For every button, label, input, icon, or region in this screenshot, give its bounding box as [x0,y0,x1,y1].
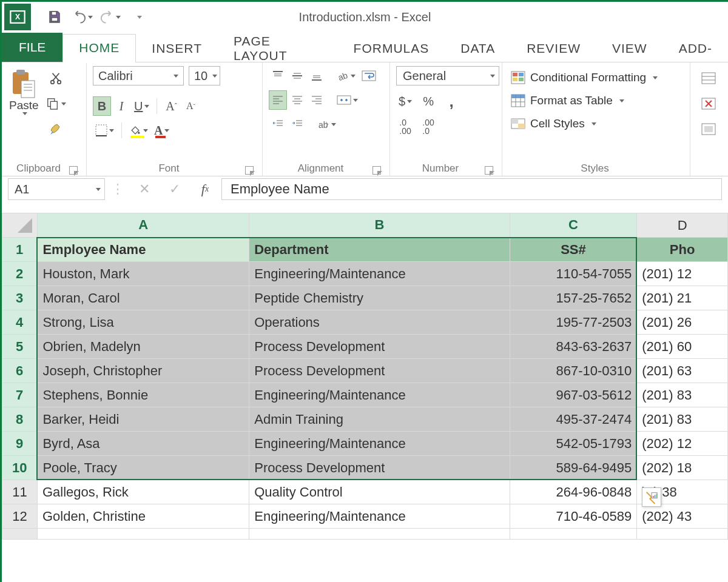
format-painter-icon[interactable] [44,119,69,139]
excel-app-icon[interactable]: X [4,4,31,30]
cell-B1[interactable]: Department [249,238,510,262]
align-top-icon[interactable] [269,66,287,85]
orientation-small-icon[interactable]: ab [315,115,339,134]
cell-C1[interactable]: SS# [510,238,637,262]
number-launcher-icon[interactable] [485,166,493,175]
formulas-tab[interactable]: FORMULAS [338,34,445,63]
paste-button[interactable]: Paste [8,66,40,161]
clipboard-launcher-icon[interactable] [69,166,78,175]
cell-D2[interactable]: (201) 12 [637,262,728,286]
cell-C11[interactable]: 264-96-0848 [510,480,637,504]
page-layout-tab[interactable]: PAGE LAYOUT [218,34,338,63]
cell-B11[interactable]: Quality Control [249,480,510,504]
quick-analysis-icon[interactable] [642,487,661,507]
cell-D9[interactable]: (202) 12 [637,432,728,456]
cell-D6[interactable]: (201) 63 [637,359,728,383]
cell-C13[interactable] [510,529,637,540]
increase-decimal-icon[interactable]: .0.00 [396,117,414,136]
row-header-10[interactable]: 10 [2,456,38,480]
font-size-combo[interactable]: 10 [189,66,220,85]
cell-D7[interactable]: (201) 83 [637,383,728,407]
cell-B5[interactable]: Process Development [249,335,510,359]
conditional-formatting-button[interactable]: Conditional Formatting [508,67,684,88]
cell-A5[interactable]: Obrien, Madelyn [37,335,249,359]
cell-D3[interactable]: (201) 21 [637,286,728,310]
view-tab[interactable]: VIEW [596,34,663,63]
font-launcher-icon[interactable] [245,166,254,175]
align-middle-icon[interactable] [288,66,306,85]
orientation-icon[interactable]: ab [334,66,358,85]
decrease-decimal-icon[interactable]: .00.0 [419,117,437,136]
qat-customize-icon[interactable] [128,7,149,27]
format-as-table-button[interactable]: Format as Table [508,90,684,111]
cell-D12[interactable]: (202) 43 [637,504,728,529]
fill-color-button[interactable] [127,121,150,140]
col-header-C[interactable]: C [510,213,637,238]
select-all-corner[interactable] [2,213,38,238]
cell-D5[interactable]: (201) 60 [637,335,728,359]
align-center-icon[interactable] [288,90,306,110]
cell-D10[interactable]: (202) 18 [637,456,728,480]
fx-icon[interactable]: fx [195,179,215,199]
italic-button[interactable]: I [112,96,130,116]
row-header-7[interactable]: 7 [2,383,38,407]
row-header-4[interactable]: 4 [2,310,38,335]
cell-A9[interactable]: Byrd, Asa [37,432,249,456]
cell-B12[interactable]: Engineering/Maintenance [249,504,510,529]
name-box[interactable]: A1 [8,178,105,200]
col-header-B[interactable]: B [249,213,510,238]
cell-B2[interactable]: Engineering/Maintenance [249,262,510,286]
cell-D1[interactable]: Pho [637,238,728,262]
save-icon[interactable] [44,7,65,27]
cell-C7[interactable]: 967-03-5612 [510,383,637,407]
row-header-11[interactable]: 11 [2,480,38,504]
format-cells-icon[interactable] [696,119,721,139]
cell-A8[interactable]: Barker, Heidi [37,407,249,432]
cell-C5[interactable]: 843-63-2637 [510,335,637,359]
underline-button[interactable]: U [132,96,152,116]
cell-C2[interactable]: 110-54-7055 [510,262,637,286]
file-tab[interactable]: FILE [2,33,62,62]
worksheet-grid[interactable]: ABCD1Employee NameDepartmentSS#Pho2Houst… [2,213,728,540]
cell-A10[interactable]: Poole, Tracy [37,456,249,480]
cell-C10[interactable]: 589-64-9495 [510,456,637,480]
accounting-format-icon[interactable]: $ [396,92,414,111]
comma-format-icon[interactable]: , [442,92,460,111]
cell-styles-button[interactable]: Cell Styles [508,113,684,134]
number-format-combo[interactable]: General [396,66,499,85]
font-color-button[interactable]: A [152,121,172,140]
home-tab[interactable]: HOME [62,34,136,63]
row-header-5[interactable]: 5 [2,335,38,359]
increase-indent-icon[interactable] [288,115,306,134]
align-left-icon[interactable] [269,90,287,110]
grow-font-button[interactable]: Aˆ [162,96,180,116]
cell-A2[interactable]: Houston, Mark [37,262,249,286]
cell-A11[interactable]: Gallegos, Rick [37,480,249,504]
delete-cells-icon[interactable] [696,94,721,113]
percent-format-icon[interactable]: % [419,92,437,111]
cell-C12[interactable]: 710-46-0589 [510,504,637,529]
alignment-launcher-icon[interactable] [372,166,381,175]
cell-C6[interactable]: 867-10-0310 [510,359,637,383]
cell-D13[interactable] [637,529,728,540]
cell-B6[interactable]: Process Development [249,359,510,383]
review-tab[interactable]: REVIEW [511,34,596,63]
copy-icon[interactable] [44,94,69,113]
insert-tab[interactable]: INSERT [136,34,218,63]
cell-C3[interactable]: 157-25-7652 [510,286,637,310]
insert-cells-icon[interactable] [696,69,721,88]
data-tab[interactable]: DATA [445,34,511,63]
row-header-13[interactable] [2,529,38,540]
align-bottom-icon[interactable] [308,66,326,85]
addins-tab[interactable]: ADD- [663,34,728,63]
bold-button[interactable]: B [93,96,111,116]
cell-A12[interactable]: Golden, Christine [37,504,249,529]
row-header-1[interactable]: 1 [2,238,38,262]
cell-A7[interactable]: Stephens, Bonnie [37,383,249,407]
cell-A4[interactable]: Strong, Lisa [37,310,249,335]
wrap-text-icon[interactable] [359,66,379,85]
shrink-font-button[interactable]: Aˇ [181,96,200,116]
cell-A1[interactable]: Employee Name [37,238,249,262]
align-right-icon[interactable] [308,90,326,110]
row-header-8[interactable]: 8 [2,407,38,432]
